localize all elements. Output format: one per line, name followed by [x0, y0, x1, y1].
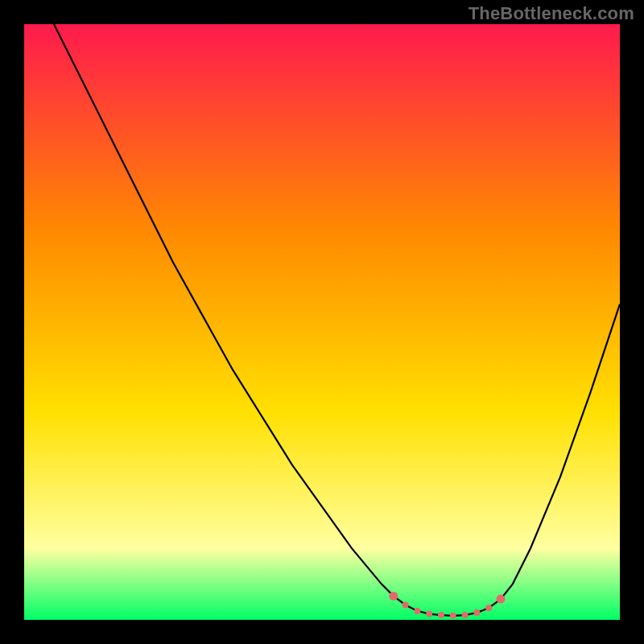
sweet-spot-marker — [389, 592, 398, 601]
plot-area — [24, 24, 620, 620]
sweet-spot-marker — [402, 602, 409, 609]
gradient-background — [24, 24, 620, 620]
sweet-spot-marker — [485, 605, 492, 611]
chart-frame: TheBottleneck.com — [0, 0, 644, 644]
sweet-spot-marker — [462, 612, 469, 618]
sweet-spot-marker — [414, 608, 420, 614]
sweet-spot-marker — [497, 595, 506, 604]
sweet-spot-marker — [473, 609, 480, 616]
sweet-spot-marker — [426, 611, 432, 617]
sweet-spot-marker — [438, 612, 444, 618]
sweet-spot-marker — [450, 613, 456, 619]
watermark-text: TheBottleneck.com — [469, 3, 634, 24]
chart-svg — [24, 24, 620, 620]
